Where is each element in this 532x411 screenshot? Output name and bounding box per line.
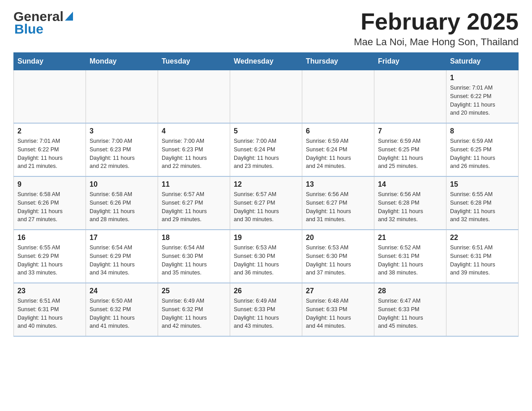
day-info: Sunrise: 6:48 AMSunset: 6:33 PMDaylight:…: [306, 297, 370, 330]
calendar-day-cell: 18Sunrise: 6:54 AMSunset: 6:30 PMDayligh…: [158, 230, 230, 283]
calendar-day-cell: 7Sunrise: 6:59 AMSunset: 6:25 PMDaylight…: [374, 123, 446, 176]
day-number: 8: [450, 127, 515, 135]
calendar-day-cell: 21Sunrise: 6:52 AMSunset: 6:31 PMDayligh…: [374, 230, 446, 283]
day-number: 7: [378, 127, 442, 135]
day-info: Sunrise: 6:49 AMSunset: 6:32 PMDaylight:…: [162, 297, 226, 330]
svg-marker-0: [65, 12, 73, 21]
day-info: Sunrise: 6:59 AMSunset: 6:25 PMDaylight:…: [378, 137, 442, 171]
calendar-day-cell: 16Sunrise: 6:55 AMSunset: 6:29 PMDayligh…: [14, 230, 86, 283]
calendar-day-cell: 24Sunrise: 6:50 AMSunset: 6:32 PMDayligh…: [86, 283, 158, 336]
calendar-header-row: SundayMondayTuesdayWednesdayThursdayFrid…: [14, 53, 519, 70]
calendar-day-cell: 22Sunrise: 6:51 AMSunset: 6:31 PMDayligh…: [446, 230, 519, 283]
day-info: Sunrise: 6:55 AMSunset: 6:28 PMDaylight:…: [450, 190, 515, 224]
day-number: 5: [234, 127, 298, 135]
calendar-day-cell: 1Sunrise: 7:01 AMSunset: 6:22 PMDaylight…: [446, 70, 519, 124]
calendar-day-header: Monday: [86, 53, 158, 70]
day-number: 13: [306, 180, 370, 188]
day-number: 19: [234, 234, 298, 242]
day-number: 4: [162, 127, 226, 135]
calendar-day-cell: [158, 70, 230, 124]
calendar-day-header: Saturday: [446, 53, 519, 70]
day-number: 2: [17, 127, 82, 135]
calendar-day-cell: 17Sunrise: 6:54 AMSunset: 6:29 PMDayligh…: [86, 230, 158, 283]
calendar-day-cell: [14, 70, 86, 124]
calendar-day-cell: 4Sunrise: 7:00 AMSunset: 6:23 PMDaylight…: [158, 123, 230, 176]
day-number: 3: [90, 127, 154, 135]
day-info: Sunrise: 7:00 AMSunset: 6:23 PMDaylight:…: [162, 137, 226, 171]
day-info: Sunrise: 6:57 AMSunset: 6:27 PMDaylight:…: [162, 190, 226, 224]
calendar-day-cell: [230, 70, 302, 124]
day-info: Sunrise: 6:49 AMSunset: 6:33 PMDaylight:…: [234, 297, 298, 330]
calendar-day-cell: [302, 70, 374, 124]
day-info: Sunrise: 6:53 AMSunset: 6:30 PMDaylight:…: [306, 244, 370, 277]
calendar-day-cell: 13Sunrise: 6:56 AMSunset: 6:27 PMDayligh…: [302, 176, 374, 230]
calendar-day-cell: 26Sunrise: 6:49 AMSunset: 6:33 PMDayligh…: [230, 283, 302, 336]
calendar-day-cell: 15Sunrise: 6:55 AMSunset: 6:28 PMDayligh…: [446, 176, 519, 230]
day-info: Sunrise: 6:52 AMSunset: 6:31 PMDaylight:…: [378, 244, 442, 277]
day-number: 22: [450, 234, 515, 242]
calendar-week-row: 9Sunrise: 6:58 AMSunset: 6:26 PMDaylight…: [14, 176, 519, 230]
day-number: 20: [306, 234, 370, 242]
day-number: 28: [378, 287, 442, 295]
page-header: General Blue February 2025 Mae La Noi, M…: [13, 9, 519, 48]
day-number: 1: [450, 74, 515, 82]
logo-triangle-icon: [65, 12, 73, 22]
day-info: Sunrise: 6:56 AMSunset: 6:27 PMDaylight:…: [306, 190, 370, 224]
calendar-day-cell: 2Sunrise: 7:01 AMSunset: 6:22 PMDaylight…: [14, 123, 86, 176]
logo-blue-text: Blue: [13, 21, 43, 37]
calendar-subtitle: Mae La Noi, Mae Hong Son, Thailand: [354, 36, 519, 48]
day-info: Sunrise: 6:54 AMSunset: 6:30 PMDaylight:…: [162, 244, 226, 277]
calendar-day-cell: 11Sunrise: 6:57 AMSunset: 6:27 PMDayligh…: [158, 176, 230, 230]
calendar-day-cell: 25Sunrise: 6:49 AMSunset: 6:32 PMDayligh…: [158, 283, 230, 336]
logo: General Blue: [13, 9, 73, 37]
calendar-day-cell: 3Sunrise: 7:00 AMSunset: 6:23 PMDaylight…: [86, 123, 158, 176]
calendar-day-cell: 6Sunrise: 6:59 AMSunset: 6:24 PMDaylight…: [302, 123, 374, 176]
calendar-day-cell: 14Sunrise: 6:56 AMSunset: 6:28 PMDayligh…: [374, 176, 446, 230]
calendar-day-cell: 27Sunrise: 6:48 AMSunset: 6:33 PMDayligh…: [302, 283, 374, 336]
day-number: 23: [17, 287, 82, 295]
calendar-day-cell: 10Sunrise: 6:58 AMSunset: 6:26 PMDayligh…: [86, 176, 158, 230]
day-number: 26: [234, 287, 298, 295]
day-info: Sunrise: 6:58 AMSunset: 6:26 PMDaylight:…: [90, 190, 154, 224]
day-number: 11: [162, 180, 226, 188]
calendar-table: SundayMondayTuesdayWednesdayThursdayFrid…: [13, 52, 519, 337]
day-info: Sunrise: 6:59 AMSunset: 6:25 PMDaylight:…: [450, 137, 515, 171]
day-info: Sunrise: 6:55 AMSunset: 6:29 PMDaylight:…: [17, 244, 82, 277]
calendar-day-header: Thursday: [302, 53, 374, 70]
day-number: 9: [17, 180, 82, 188]
calendar-day-cell: 20Sunrise: 6:53 AMSunset: 6:30 PMDayligh…: [302, 230, 374, 283]
calendar-day-cell: 28Sunrise: 6:47 AMSunset: 6:33 PMDayligh…: [374, 283, 446, 336]
day-number: 15: [450, 180, 515, 188]
day-number: 21: [378, 234, 442, 242]
calendar-title: February 2025: [354, 9, 519, 34]
day-number: 16: [17, 234, 82, 242]
day-info: Sunrise: 7:01 AMSunset: 6:22 PMDaylight:…: [17, 137, 82, 171]
day-number: 18: [162, 234, 226, 242]
calendar-day-header: Sunday: [14, 53, 86, 70]
calendar-day-header: Tuesday: [158, 53, 230, 70]
calendar-day-cell: [446, 283, 519, 336]
calendar-day-cell: [374, 70, 446, 124]
calendar-week-row: 23Sunrise: 6:51 AMSunset: 6:31 PMDayligh…: [14, 283, 519, 336]
calendar-week-row: 16Sunrise: 6:55 AMSunset: 6:29 PMDayligh…: [14, 230, 519, 283]
day-info: Sunrise: 6:59 AMSunset: 6:24 PMDaylight:…: [306, 137, 370, 171]
day-info: Sunrise: 6:57 AMSunset: 6:27 PMDaylight:…: [234, 190, 298, 224]
calendar-day-cell: 19Sunrise: 6:53 AMSunset: 6:30 PMDayligh…: [230, 230, 302, 283]
day-info: Sunrise: 6:50 AMSunset: 6:32 PMDaylight:…: [90, 297, 154, 330]
calendar-day-cell: 12Sunrise: 6:57 AMSunset: 6:27 PMDayligh…: [230, 176, 302, 230]
day-info: Sunrise: 7:01 AMSunset: 6:22 PMDaylight:…: [450, 84, 515, 117]
day-info: Sunrise: 7:00 AMSunset: 6:24 PMDaylight:…: [234, 137, 298, 171]
day-info: Sunrise: 6:51 AMSunset: 6:31 PMDaylight:…: [450, 244, 515, 277]
day-number: 6: [306, 127, 370, 135]
calendar-day-header: Wednesday: [230, 53, 302, 70]
calendar-day-cell: 8Sunrise: 6:59 AMSunset: 6:25 PMDaylight…: [446, 123, 519, 176]
day-number: 17: [90, 234, 154, 242]
day-number: 24: [90, 287, 154, 295]
day-number: 12: [234, 180, 298, 188]
day-number: 10: [90, 180, 154, 188]
calendar-title-block: February 2025 Mae La Noi, Mae Hong Son, …: [354, 9, 519, 48]
calendar-day-header: Friday: [374, 53, 446, 70]
day-info: Sunrise: 6:58 AMSunset: 6:26 PMDaylight:…: [17, 190, 82, 224]
calendar-day-cell: 5Sunrise: 7:00 AMSunset: 6:24 PMDaylight…: [230, 123, 302, 176]
calendar-week-row: 1Sunrise: 7:01 AMSunset: 6:22 PMDaylight…: [14, 70, 519, 124]
